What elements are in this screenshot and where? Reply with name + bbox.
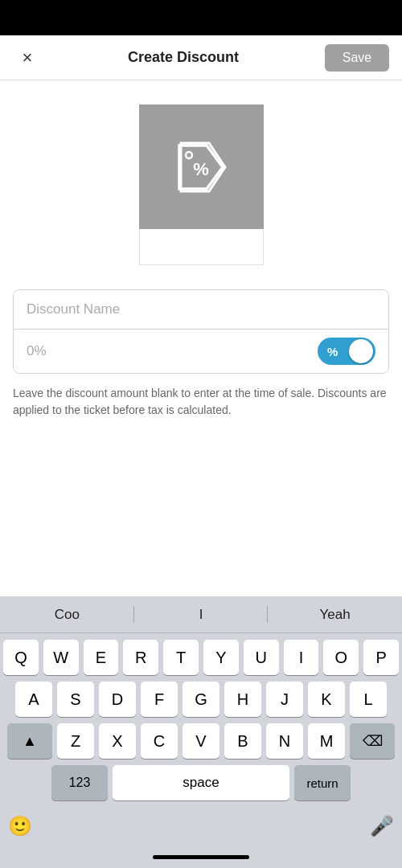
- key-p[interactable]: P: [363, 640, 399, 675]
- key-k[interactable]: K: [308, 682, 345, 717]
- return-key[interactable]: return: [294, 765, 351, 800]
- discount-amount-row: 0% %: [14, 330, 388, 373]
- close-icon: ×: [23, 47, 33, 68]
- svg-point-0: [186, 152, 192, 158]
- shift-key[interactable]: ▲: [7, 723, 52, 759]
- key-o[interactable]: O: [323, 640, 359, 675]
- key-row-2: A S D F G H J K L: [3, 682, 399, 717]
- header: × Create Discount Save: [0, 35, 402, 80]
- key-row-4: 123 space return: [3, 765, 399, 800]
- key-rows: Q W E R T Y U I O P A S D F G H J K L ▲ …: [0, 633, 402, 810]
- key-d[interactable]: D: [99, 682, 136, 717]
- key-r[interactable]: R: [123, 640, 158, 675]
- key-m[interactable]: M: [308, 723, 345, 759]
- keyboard-bottom: 🙂 🎤: [0, 810, 402, 845]
- key-y[interactable]: Y: [203, 640, 239, 675]
- discount-name-input[interactable]: [27, 301, 375, 317]
- key-q[interactable]: Q: [3, 640, 39, 675]
- form-container: 0% %: [13, 289, 389, 374]
- key-x[interactable]: X: [99, 723, 136, 759]
- key-b[interactable]: B: [224, 723, 261, 759]
- autocomplete-item-coo[interactable]: Coo: [0, 600, 134, 629]
- key-row-3: ▲ Z X C V B N M ⌫: [3, 723, 399, 759]
- key-t[interactable]: T: [163, 640, 199, 675]
- image-caption-area: [139, 229, 264, 265]
- toggle-thumb: [349, 339, 373, 363]
- autocomplete-bar: Coo I Yeah: [0, 596, 402, 633]
- key-f[interactable]: F: [141, 682, 178, 717]
- key-i[interactable]: I: [284, 640, 319, 675]
- key-e[interactable]: E: [84, 640, 119, 675]
- home-bar: [153, 855, 249, 859]
- key-u[interactable]: U: [244, 640, 279, 675]
- key-a[interactable]: A: [15, 682, 52, 717]
- svg-text:%: %: [193, 159, 209, 179]
- help-text: Leave the discount amount blank to enter…: [13, 385, 389, 419]
- key-g[interactable]: G: [183, 682, 219, 717]
- microphone-icon[interactable]: 🎤: [370, 815, 394, 837]
- image-area[interactable]: %: [0, 80, 402, 273]
- discount-image[interactable]: %: [139, 104, 264, 229]
- key-s[interactable]: S: [57, 682, 94, 717]
- space-key[interactable]: space: [113, 765, 289, 800]
- key-123[interactable]: 123: [51, 765, 108, 800]
- percentage-toggle[interactable]: %: [318, 338, 375, 365]
- key-z[interactable]: Z: [57, 723, 94, 759]
- keyboard: Coo I Yeah Q W E R T Y U I O P A S D F G…: [0, 596, 402, 868]
- autocomplete-item-yeah[interactable]: Yeah: [268, 600, 402, 629]
- close-button[interactable]: ×: [13, 43, 42, 72]
- toggle-track[interactable]: %: [318, 338, 375, 365]
- key-l[interactable]: L: [350, 682, 387, 717]
- delete-key[interactable]: ⌫: [350, 723, 395, 759]
- toggle-label: %: [327, 345, 338, 358]
- key-j[interactable]: J: [266, 682, 303, 717]
- key-c[interactable]: C: [141, 723, 178, 759]
- save-button[interactable]: Save: [325, 44, 389, 72]
- key-h[interactable]: H: [224, 682, 261, 717]
- page-title: Create Discount: [42, 49, 325, 66]
- status-bar: [0, 0, 402, 35]
- key-w[interactable]: W: [43, 640, 79, 675]
- discount-name-field[interactable]: [14, 290, 388, 330]
- discount-amount-value: 0%: [27, 343, 47, 359]
- key-v[interactable]: V: [183, 723, 219, 759]
- home-indicator: [0, 845, 402, 868]
- autocomplete-item-i[interactable]: I: [134, 600, 269, 629]
- key-n[interactable]: N: [266, 723, 303, 759]
- discount-tag-icon: %: [165, 131, 237, 203]
- emoji-icon[interactable]: 🙂: [8, 815, 32, 837]
- key-row-1: Q W E R T Y U I O P: [3, 640, 399, 675]
